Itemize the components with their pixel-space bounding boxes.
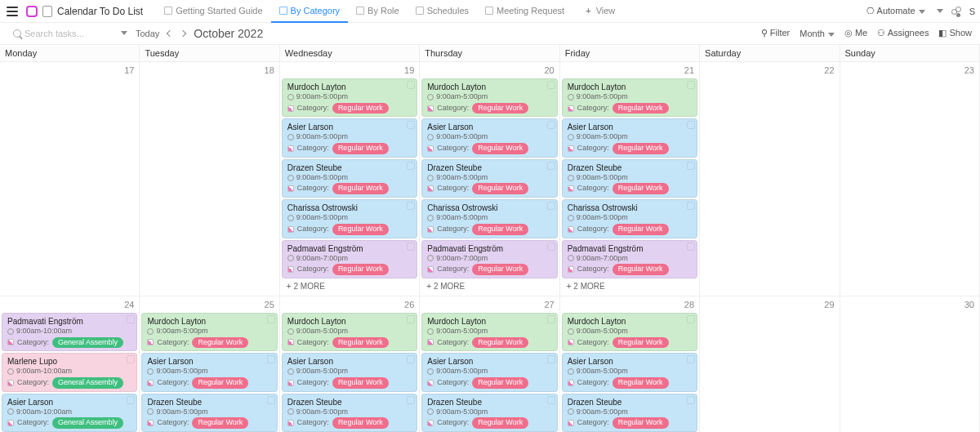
event-expand-icon[interactable] [687,121,695,129]
calendar-event[interactable]: Drazen Steube9:00am-5:00pmCategory:Regul… [562,159,697,198]
day-cell[interactable]: 30 [840,296,980,432]
event-expand-icon[interactable] [547,243,555,251]
day-cell[interactable]: 27Murdoch Layton9:00am-5:00pmCategory:Re… [420,296,559,432]
event-expand-icon[interactable] [687,202,695,210]
event-expand-icon[interactable] [687,81,695,89]
event-expand-icon[interactable] [407,121,415,129]
day-cell[interactable]: 26Murdoch Layton9:00am-5:00pmCategory:Re… [280,296,420,432]
calendar-event[interactable]: Drazen Steube9:00am-5:00pmCategory:Regul… [562,394,697,432]
calendar-event[interactable]: Asier Larson9:00am-5:00pmCategory:Regula… [562,353,697,391]
tab-meeting-request[interactable]: Meeting Request [477,0,572,23]
calendar-event[interactable]: Charissa Ostrowski9:00am-5:00pmCategory:… [562,199,697,238]
category-icon [427,420,434,426]
add-view-button[interactable]: +View [577,0,623,23]
calendar-event[interactable]: Drazen Steube9:00am-5:00pmCategory:Regul… [282,159,417,198]
calendar-event[interactable]: Drazen Steube9:00am-5:00pmCategory:Regul… [421,394,557,432]
calendar-event[interactable]: Asier Larson9:00am-5:00pmCategory:Regula… [282,118,417,157]
calendar-event[interactable]: Padmavati Engström9:00am-7:00pmCategory:… [421,240,557,278]
event-expand-icon[interactable] [407,315,415,323]
search-input[interactable]: Search tasks... [13,29,127,38]
event-expand-icon[interactable] [687,162,695,170]
calendar-event[interactable]: Murdoch Layton9:00am-5:00pmCategory:Regu… [141,313,277,351]
more-events-button[interactable]: + 2 MORE [562,278,697,294]
calendar-event[interactable]: Drazen Steube9:00am-5:00pmCategory:Regul… [282,394,417,432]
event-expand-icon[interactable] [547,315,555,323]
event-expand-icon[interactable] [407,355,415,363]
calendar-event[interactable]: Murdoch Layton9:00am-5:00pmCategory:Regu… [562,78,697,117]
calendar-event[interactable]: Charissa Ostrowski9:00am-5:00pmCategory:… [282,199,417,238]
calendar-event[interactable]: Asier Larson9:00am-5:00pmCategory:Regula… [421,353,557,391]
day-cell[interactable]: 29 [700,296,840,432]
month-picker[interactable]: Month [800,29,835,38]
event-expand-icon[interactable] [127,396,135,404]
tab-schedules[interactable]: Schedules [408,0,477,23]
calendar-event[interactable]: Murdoch Layton9:00am-5:00pmCategory:Regu… [282,313,417,351]
calendar-event[interactable]: Murdoch Layton9:00am-5:00pmCategory:Regu… [421,78,557,117]
event-expand-icon[interactable] [547,355,555,363]
share-button[interactable]: S [969,7,975,16]
event-expand-icon[interactable] [547,396,555,404]
assignees-filter[interactable]: ⚇ Assignees [877,28,929,38]
day-cell[interactable]: 18 [140,62,279,296]
today-button[interactable]: Today [136,29,159,38]
event-expand-icon[interactable] [267,355,275,363]
tab-by-category[interactable]: By Category [271,0,349,23]
event-expand-icon[interactable] [407,162,415,170]
event-expand-icon[interactable] [407,243,415,251]
event-expand-icon[interactable] [687,355,695,363]
search-expand-icon[interactable] [121,31,127,35]
event-expand-icon[interactable] [407,202,415,210]
event-expand-icon[interactable] [407,396,415,404]
event-expand-icon[interactable] [547,81,555,89]
calendar-event[interactable]: Asier Larson9:00am-5:00pmCategory:Regula… [562,118,697,157]
calendar-event[interactable]: Asier Larson9:00am-5:00pmCategory:Regula… [421,118,557,157]
event-expand-icon[interactable] [127,315,135,323]
calendar-event[interactable]: Asier Larson9:00am-10:00amCategory:Gener… [2,394,137,432]
show-menu[interactable]: ◧ Show [938,28,972,38]
event-expand-icon[interactable] [547,121,555,129]
event-expand-icon[interactable] [687,315,695,323]
event-expand-icon[interactable] [687,243,695,251]
event-expand-icon[interactable] [407,81,415,89]
automate-menu[interactable]: ⎔ Automate [866,6,925,16]
filter-button[interactable]: ⚲ Filter [761,28,791,38]
calendar-event[interactable]: Drazen Steube9:00am-5:00pmCategory:Regul… [421,159,557,198]
menu-toggle[interactable] [5,3,21,20]
prev-month-button[interactable] [167,29,173,36]
calendar-event[interactable]: Drazen Steube9:00am-5:00pmCategory:Regul… [141,394,277,432]
calendar-event[interactable]: Charissa Ostrowski9:00am-5:00pmCategory:… [421,199,557,238]
event-expand-icon[interactable] [267,315,275,323]
calendar-event[interactable]: Padmavati Engström9:00am-10:00amCategory… [2,313,137,351]
day-cell[interactable]: 24Padmavati Engström9:00am-10:00amCatego… [0,296,140,432]
more-events-button[interactable]: + 2 MORE [282,278,417,294]
calendar-event[interactable]: Padmavati Engström9:00am-7:00pmCategory:… [282,240,417,278]
day-cell[interactable]: 21Murdoch Layton9:00am-5:00pmCategory:Re… [560,62,700,296]
event-expand-icon[interactable] [547,202,555,210]
day-cell[interactable]: 23 [840,62,980,296]
tab-by-role[interactable]: By Role [348,0,408,23]
category-chip: Regular Work [332,103,389,114]
calendar-event[interactable]: Asier Larson9:00am-5:00pmCategory:Regula… [282,353,417,391]
day-cell[interactable]: 22 [700,62,840,296]
day-cell[interactable]: 19Murdoch Layton9:00am-5:00pmCategory:Re… [280,62,420,296]
calendar-event[interactable]: Padmavati Engström9:00am-7:00pmCategory:… [562,240,697,278]
automate-more[interactable] [937,9,943,13]
me-filter[interactable]: ◎ Me [844,28,867,38]
tab-getting-started-guide[interactable]: Getting Started Guide [156,0,270,23]
calendar-event[interactable]: Marlene Lupo9:00am-10:00amCategory:Gener… [2,353,137,391]
event-expand-icon[interactable] [267,396,275,404]
calendar-event[interactable]: Murdoch Layton9:00am-5:00pmCategory:Regu… [421,313,557,351]
calendar-event[interactable]: Murdoch Layton9:00am-5:00pmCategory:Regu… [282,78,417,117]
event-expand-icon[interactable] [127,355,135,363]
next-month-button[interactable] [180,29,186,36]
day-cell[interactable]: 28Murdoch Layton9:00am-5:00pmCategory:Re… [560,296,700,432]
more-events-button[interactable]: + 2 MORE [421,278,557,294]
calendar-event[interactable]: Asier Larson9:00am-5:00pmCategory:Regula… [141,353,277,391]
share-icon[interactable] [951,7,961,16]
day-cell[interactable]: 20Murdoch Layton9:00am-5:00pmCategory:Re… [420,62,559,296]
event-expand-icon[interactable] [547,162,555,170]
day-cell[interactable]: 25Murdoch Layton9:00am-5:00pmCategory:Re… [140,296,279,432]
calendar-event[interactable]: Murdoch Layton9:00am-5:00pmCategory:Regu… [562,313,697,351]
event-expand-icon[interactable] [687,396,695,404]
day-cell[interactable]: 17 [0,62,140,296]
